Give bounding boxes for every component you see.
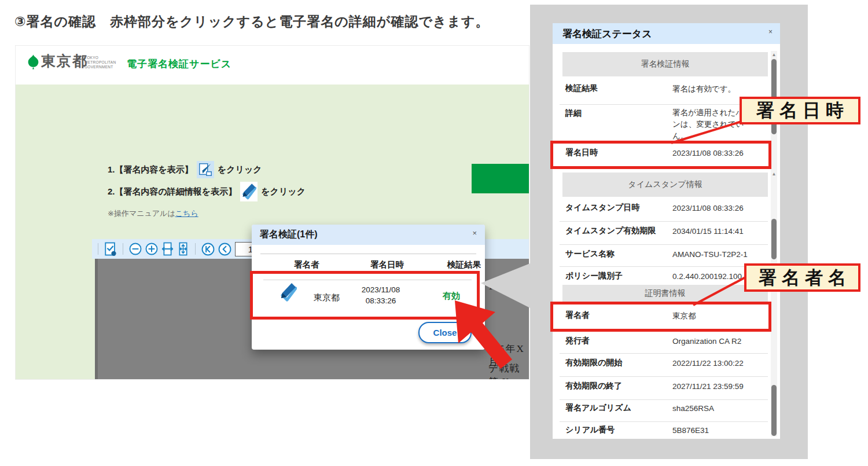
divider (260, 254, 476, 254)
row-value: sha256RSA (672, 403, 768, 414)
annotation-label-signer-name: 署名者名 (744, 263, 860, 292)
column-header-result: 検証結果 (447, 259, 481, 270)
panel-close-icon[interactable]: × (768, 28, 773, 36)
panel-title: 署名検証ステータス (562, 27, 652, 41)
highlight-box-signer (550, 302, 771, 332)
manual-note: ※操作マニュアルはこちら (108, 208, 198, 219)
first-page-button[interactable] (201, 243, 215, 256)
row-value: 2022/11/22 13:00:22 (672, 358, 768, 369)
toolbar-separator (195, 243, 196, 255)
dialog-row-datetime: 2023/11/08 08:33:26 (355, 284, 407, 306)
row-value: 2023/11/08 08:33:26 (672, 203, 768, 214)
prev-page-button[interactable] (218, 243, 231, 256)
instruction-step-1: 1.【署名内容を表示】 をクリック (108, 161, 262, 178)
divider (560, 104, 768, 105)
step2-text: 2.【署名内容の詳細情報を表示】 (108, 186, 237, 197)
row-value: 5B876E31 (672, 425, 768, 436)
signature-panel-icon[interactable] (104, 241, 117, 257)
row-label: 発行者 (565, 336, 590, 346)
divider (560, 421, 768, 422)
screenshot-canvas: ③署名の確認 赤枠部分をクリックすると電子署名の詳細が確認できます。 東京都 T… (0, 0, 868, 466)
signature-detail-icon (240, 182, 258, 201)
panel-header: 署名検証ステータス × (553, 23, 780, 44)
step1-text: 1.【署名内容を表示】 (108, 164, 193, 175)
row-label: シリアル番号 (565, 425, 615, 435)
close-button[interactable]: Close (418, 322, 472, 343)
scroll-up-icon[interactable]: ▲ (771, 171, 777, 177)
manual-note-text: ※操作マニュアルは (108, 209, 175, 218)
green-button[interactable] (472, 164, 529, 193)
page-title: ③署名の確認 赤枠部分をクリックすると電子署名の詳細が確認できます。 (14, 13, 490, 31)
row-label: 検証結果 (565, 83, 598, 94)
row-label: 有効期限の終了 (565, 381, 622, 391)
row-label: 署名アルゴリズム (565, 403, 631, 413)
row-label: タイムスタンプ有効期限 (565, 226, 656, 236)
divider (560, 353, 768, 354)
manual-link[interactable]: こちら (175, 209, 198, 218)
toolbar-separator (98, 243, 98, 255)
row-label: 詳細 (565, 108, 582, 119)
service-title: 電子署名検証サービス (127, 57, 231, 71)
dialog-row-result: 有効 (443, 291, 460, 302)
zoom-in-button[interactable] (145, 243, 158, 255)
tokyo-logo-text: 東京都 (41, 52, 88, 71)
pdf-docnumber-fragment: デ戦戦第 X (488, 362, 529, 380)
tokyo-logo-icon (27, 54, 40, 70)
pen-check-icon[interactable] (279, 282, 297, 304)
row-value: 2034/01/15 11:14:41 (672, 226, 768, 237)
dialog-title: 署名検証(1件) (260, 229, 318, 241)
zoom-out-button[interactable] (129, 243, 142, 255)
column-header-signer: 署名者 (294, 259, 319, 270)
site-header: 東京都 TOKYO METROPOLITAN GOVERNMENT 電子署名検証… (16, 46, 529, 85)
divider (263, 280, 472, 280)
row-label: 有効期限の開始 (565, 358, 622, 368)
row-label: サービス名称 (565, 249, 615, 259)
status-panel-container: 署名検証ステータス × 署名検証情報 検証結果 署名は有効です。 詳細 署名が適… (530, 5, 808, 459)
row-value: 2027/11/21 23:59:59 (672, 381, 768, 392)
section-header-verification: 署名検証情報 (562, 52, 768, 76)
divider (560, 244, 768, 245)
tokyo-logo-subtext: TOKYO METROPOLITAN GOVERNMENT (84, 56, 116, 69)
dialog-header: 署名検証(1件) × (252, 225, 485, 245)
fit-width-button[interactable] (161, 241, 174, 256)
divider (560, 266, 768, 267)
row-value: AMANO-TSU-T2P2-1 (672, 249, 768, 260)
divider (560, 399, 768, 400)
dialog-close-icon[interactable]: × (472, 229, 477, 237)
signature-verify-dialog: 署名検証(1件) × 署名者 署名日時 検証結果 東京都 2023/11/08 … (252, 225, 485, 350)
annotation-label-sign-datetime: 署名日時 (740, 97, 860, 124)
divider (560, 376, 768, 377)
section-header-timestamp: タイムスタンプ情報 (562, 173, 768, 197)
highlight-box-sign-datetime (550, 141, 771, 169)
toolbar-separator (123, 243, 123, 255)
column-header-datetime: 署名日時 (370, 259, 404, 270)
step1-suffix: をクリック (218, 164, 262, 175)
show-signature-icon (197, 161, 214, 178)
row-label: タイムスタンプ日時 (565, 203, 639, 213)
pdf-signature-stamp-fragment: 1/08 08:3 (488, 282, 529, 292)
step2-suffix: をクリック (261, 186, 306, 197)
section-header-certificate: 証明書情報 (562, 285, 768, 302)
scrollbar-thumb[interactable] (771, 385, 777, 436)
instruction-step-2: 2.【署名内容の詳細情報を表示】 をクリック (108, 182, 306, 201)
dialog-row-signer: 東京都 (314, 292, 340, 303)
scroll-up-icon[interactable]: ▲ (771, 52, 777, 57)
row-label: ポリシー識別子 (565, 271, 623, 281)
divider (560, 221, 768, 222)
row-value: Organization CA R2 (672, 336, 768, 347)
signature-status-panel: 署名検証ステータス × 署名検証情報 検証結果 署名は有効です。 詳細 署名が適… (553, 23, 780, 439)
row-value: 署名は有効です。 (672, 83, 768, 95)
scrollbar-thumb[interactable] (771, 219, 777, 259)
fit-page-button[interactable] (177, 241, 189, 256)
